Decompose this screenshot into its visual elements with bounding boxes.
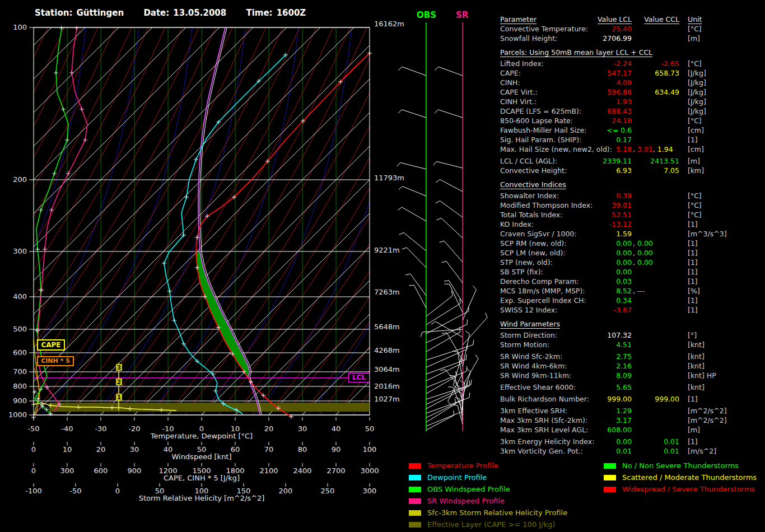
axis-tick-label: 2700: [326, 466, 345, 475]
table-row: Snowfall Height:2706.99[m]: [500, 34, 763, 43]
value-lcl: 8.09: [579, 371, 632, 380]
value-lcl: 1.93: [579, 97, 632, 106]
value-lcl: 0.01: [579, 446, 632, 456]
table-row: 3km Vorticity Gen. Pot.:0.010.01[m/s^2]: [500, 446, 763, 456]
wind-barb: [398, 207, 426, 221]
wind-barb: [398, 110, 426, 118]
wind-barb: [399, 186, 426, 196]
table-row: LCL / CCL (AGL):2339.112413.51[m]: [500, 156, 763, 166]
value-lcl: <= 0.6: [579, 125, 632, 135]
axis-title: Temperature, Dewpoint [°C]: [150, 432, 253, 440]
pressure-tick-label: 100: [13, 23, 27, 31]
value-lcl: 5.65: [579, 382, 632, 392]
unit-label: [1]: [688, 437, 698, 446]
unit-label: [m]: [688, 156, 700, 166]
parameter-label: SR Wind Sfc-2km:: [500, 352, 562, 361]
sr-column-label: SR: [456, 10, 468, 20]
value-extra: , ---: [633, 286, 645, 296]
unit-label: [1]: [688, 258, 698, 267]
value-lcl: 4.51: [579, 340, 632, 349]
value-extra: , 0.00: [633, 248, 653, 258]
unit-label: [m/s^2]: [688, 446, 716, 456]
table-row: MCS 18m/s (MMP, MSP):8.52, ---[%]: [500, 286, 763, 296]
unit-label: [m^2/s^2]: [688, 416, 727, 425]
value-ccl: 7.05: [633, 166, 679, 175]
cape-chart-label: CAPE: [37, 339, 65, 351]
bottom-axis-3: -100-50050100150200250300Storm Relative …: [25, 483, 376, 502]
axis-tick-label: 90: [332, 445, 341, 454]
axis-tick-label: 900: [128, 466, 142, 475]
value-lcl: 0.00: [579, 239, 632, 248]
table-row: 850-600 Lapse Rate:24.18[°C]: [500, 116, 763, 125]
parameter-label: Max 3km SRH (Sfc-2km):: [500, 416, 587, 425]
table-row: Bulk Richardson Number:999.00999.00[1]: [500, 394, 763, 404]
value-lcl: 596.86: [579, 87, 632, 97]
value-ccl: 0.01: [633, 437, 679, 446]
legend-severity-item: Widespread / Severe Thunderstorms: [604, 483, 757, 495]
wind-barb: [426, 407, 463, 426]
parameter-label: SR Wind 9km-11km:: [500, 371, 571, 380]
lcl-chart-label: LCL: [348, 373, 370, 382]
axis-tick-label: 2100: [259, 466, 278, 475]
unit-label: [%]: [688, 286, 700, 296]
legend-swatch: [604, 487, 616, 492]
table-row: 3km Effective SRH:1.29[m^2/s^2]: [500, 406, 763, 416]
legend-profile-item: SR Windspeed Profile: [409, 495, 567, 507]
axis-tick-label: 600: [94, 466, 108, 475]
table-row: DCAPE (LFS = 625mB):688.43[J/kg]: [500, 106, 763, 116]
parameter-label: CAPE Virt.:: [500, 87, 538, 97]
table-row: SCP RM (new, old):0.00, 0.00[1]: [500, 239, 763, 248]
table-row: Showalter Index:0.39[°C]: [500, 191, 763, 200]
altitude-label: 1027m: [374, 395, 400, 403]
parameter-label: STP (new, old):: [500, 258, 553, 267]
value-lcl: 688.43: [579, 106, 632, 116]
wind-barb: [426, 298, 460, 325]
unit-label: [m]: [688, 34, 700, 43]
altitude-label: 4268m: [374, 346, 400, 354]
legend-swatch: [409, 522, 421, 528]
altitude-label: 9221m: [374, 246, 400, 254]
header: Station:Güttingen Date:13.05.2008 Time:1…: [35, 8, 323, 18]
legend-label: OBS Windspeed Profile: [427, 485, 510, 493]
legend-swatch: [409, 487, 421, 492]
legend-label: Widespread / Severe Thunderstorms: [622, 485, 755, 493]
unit-label: [m^3/s^3]: [688, 229, 727, 239]
table-column-header-row: ParameterValue LCLValue CCLUnit: [500, 15, 763, 24]
parameter-label: MCS 18m/s (MMP, MSP):: [500, 286, 585, 296]
cinh-chart-label: CINH * 5: [37, 356, 74, 366]
legend-swatch: [604, 475, 616, 480]
pressure-tick-label: 400: [13, 292, 27, 301]
table-row: CINH:4.09[J/kg]: [500, 78, 763, 87]
unit-label: [J/kg]: [688, 97, 706, 106]
column-header-unit: Unit: [688, 15, 702, 24]
value-lcl: 2339.11: [579, 156, 632, 166]
parameter-label: Sig. Hail Param. (SHIP):: [500, 135, 581, 144]
pressure-tick-label: 1000: [8, 410, 27, 419]
station-field: Station:Güttingen: [35, 8, 124, 18]
column-header-value-ccl: Value CCL: [633, 15, 679, 24]
axis-tick-label: -50: [69, 487, 81, 495]
parameter-table: ParameterValue LCLValue CCLUnitConvectiv…: [500, 15, 763, 456]
skewt-sounding-chart: 100200300400500600700800900100016162m117…: [0, 0, 498, 532]
axis-tick-label: 2400: [293, 466, 311, 475]
parameter-label: 3km Effective SRH:: [500, 406, 567, 416]
legend-severity: No / Non Severe ThunderstormsScattered /…: [604, 460, 757, 495]
parcel-curve: [198, 28, 262, 414]
unit-label: [m]: [688, 425, 700, 435]
unit-label: [°C]: [688, 59, 702, 68]
value-lcl: 1.59: [579, 229, 632, 239]
wind-barb: [435, 110, 463, 118]
value-ccl: 999.00: [633, 394, 679, 404]
wind-barb-panel: [397, 22, 487, 431]
legend-profile-item: OBS Windspeed Profile: [409, 483, 567, 495]
value-lcl: 0.00: [579, 258, 632, 267]
table-row: Convective Height:6.937.05[km]: [500, 166, 763, 175]
legend-severity-item: No / Non Severe Thunderstorms: [604, 460, 757, 472]
wind-barb: [397, 162, 426, 169]
parameter-label: Craven SigSvr / 1000:: [500, 229, 577, 239]
parameter-label: Snowfall Height:: [500, 34, 557, 43]
pressure-tick-label: 700: [13, 367, 27, 376]
unit-label: [knt]: [688, 352, 705, 361]
pressure-tick-label: 900: [13, 396, 27, 405]
bottom-axis-2: 03006009001200150018002100240027003000CA…: [31, 463, 379, 482]
